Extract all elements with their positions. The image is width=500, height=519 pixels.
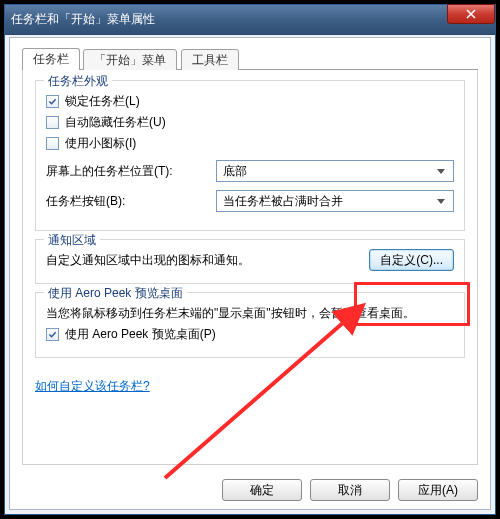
legend-aero: 使用 Aero Peek 预览桌面 [44,285,187,302]
tabs-row: 任务栏 「开始」菜单 工具栏 [22,48,478,70]
tab-toolbars[interactable]: 工具栏 [181,49,239,71]
help-link[interactable]: 如何自定义该任务栏? [35,379,150,393]
window-frame: 任务栏和「开始」菜单属性 任务栏 「开始」菜单 工具栏 任务栏外观 [4,4,496,515]
label-position: 屏幕上的任务栏位置(T): [46,163,216,180]
desc-notification: 自定义通知区域中出现的图标和通知。 [46,252,361,269]
chevron-down-icon [433,163,449,179]
checkbox-autohide[interactable] [46,116,59,129]
row-small-icons: 使用小图标(I) [46,135,454,152]
select-buttons-combine-value: 当任务栏被占满时合并 [223,193,343,210]
ok-button[interactable]: 确定 [222,479,302,501]
label-aero-peek: 使用 Aero Peek 预览桌面(P) [65,326,216,343]
close-icon [466,9,476,19]
annotation-highlight-box [354,282,470,326]
client-area: 任务栏 「开始」菜单 工具栏 任务栏外观 锁定任务栏(L) 自动隐藏任务栏(U [9,37,491,510]
row-lock-taskbar: 锁定任务栏(L) [46,93,454,110]
row-autohide: 自动隐藏任务栏(U) [46,114,454,131]
row-aero-peek: 使用 Aero Peek 预览桌面(P) [46,326,454,343]
fieldset-notification: 通知区域 自定义通知区域中出现的图标和通知。 自定义(C)... [35,239,465,284]
cancel-button[interactable]: 取消 [310,479,390,501]
select-position-value: 底部 [223,163,247,180]
checkmark-icon [48,97,57,106]
close-button[interactable] [447,4,495,24]
checkbox-aero-peek[interactable] [46,328,59,341]
window-title: 任务栏和「开始」菜单属性 [11,11,155,28]
label-buttons-combine: 任务栏按钮(B): [46,193,216,210]
label-lock-taskbar: 锁定任务栏(L) [65,93,140,110]
chevron-down-icon [433,193,449,209]
action-buttons: 确定 取消 应用(A) [22,479,478,501]
select-position[interactable]: 底部 [216,160,454,182]
apply-button[interactable]: 应用(A) [398,479,478,501]
row-position: 屏幕上的任务栏位置(T): 底部 [46,160,454,182]
checkbox-lock-taskbar[interactable] [46,95,59,108]
legend-appearance: 任务栏外观 [44,73,112,90]
legend-notification: 通知区域 [44,232,100,249]
checkbox-small-icons[interactable] [46,137,59,150]
tab-taskbar[interactable]: 任务栏 [22,48,80,71]
fieldset-appearance: 任务栏外观 锁定任务栏(L) 自动隐藏任务栏(U) 使用小图标(I) [35,80,465,231]
label-autohide: 自动隐藏任务栏(U) [65,114,166,131]
customize-button[interactable]: 自定义(C)... [369,249,454,271]
checkmark-icon [48,330,57,339]
select-buttons-combine[interactable]: 当任务栏被占满时合并 [216,190,454,212]
tab-start-menu[interactable]: 「开始」菜单 [83,49,177,71]
label-small-icons: 使用小图标(I) [65,135,136,152]
titlebar[interactable]: 任务栏和「开始」菜单属性 [5,5,495,35]
tab-panel-taskbar: 任务栏外观 锁定任务栏(L) 自动隐藏任务栏(U) 使用小图标(I) [22,70,478,465]
row-buttons-combine: 任务栏按钮(B): 当任务栏被占满时合并 [46,190,454,212]
